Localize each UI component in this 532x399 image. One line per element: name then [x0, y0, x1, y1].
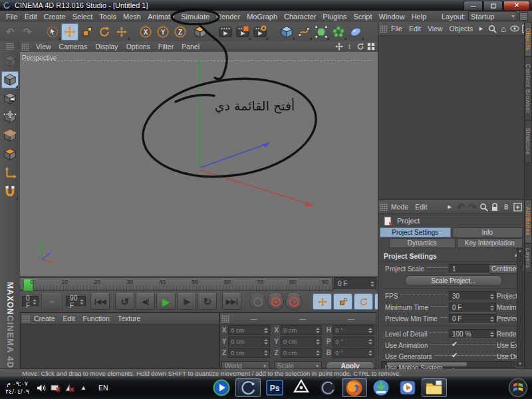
attributes-menu-mode[interactable]: Mode	[388, 202, 412, 211]
close-button[interactable]: ✕	[503, 1, 530, 11]
play-loop-icon[interactable]: ↻	[198, 293, 217, 310]
vertical-scrollbar[interactable]: ▲▼	[517, 248, 523, 366]
viewport-menu-filter[interactable]: Filter	[154, 42, 178, 51]
spinner[interactable]	[368, 339, 372, 344]
coordinate-field[interactable]: 0 cm	[228, 325, 270, 335]
menu-item-tools[interactable]: Tools	[96, 12, 120, 21]
attributes-menu-edit[interactable]: Edit	[412, 202, 430, 211]
points-mode-icon[interactable]	[1, 108, 19, 126]
menu-item-file[interactable]: File	[3, 12, 21, 21]
spinner[interactable]	[316, 328, 320, 333]
viewport-menu-display[interactable]: Display	[91, 42, 122, 51]
menu-item-mograph[interactable]: MoGraph	[243, 12, 281, 21]
spinner[interactable]	[370, 281, 374, 287]
coordinate-field[interactable]: 0 cm	[281, 348, 323, 358]
kf-scale-icon[interactable]	[333, 293, 352, 310]
viewport-menu-options[interactable]: Options	[122, 42, 154, 51]
side-tab-structure[interactable]: Structure	[525, 120, 532, 163]
live-selection-icon[interactable]	[44, 23, 61, 41]
menu-item-help[interactable]: Help	[408, 12, 430, 21]
tab-info[interactable]: Info	[452, 227, 523, 237]
texture-mode-icon[interactable]	[1, 90, 19, 107]
side-tab-content-browser[interactable]: Content Browser	[525, 57, 532, 120]
tray-expand-icon[interactable]: ▴	[78, 382, 89, 394]
side-tab-objects[interactable]: Objects	[525, 22, 532, 57]
tab-project-settings[interactable]: Project Settings	[380, 227, 451, 237]
drag-grip[interactable]	[22, 315, 30, 323]
drag-grip[interactable]	[6, 43, 14, 50]
pan-view-icon[interactable]	[334, 42, 343, 51]
menu-item-character[interactable]: Character	[281, 12, 319, 21]
coordinate-field[interactable]: 0 cm	[281, 336, 323, 346]
last-tool-icon[interactable]	[113, 23, 130, 41]
maximize-button[interactable]	[483, 1, 503, 11]
render-settings-icon[interactable]	[234, 23, 251, 41]
range-end-field[interactable]: 90 F	[66, 296, 86, 307]
move-icon[interactable]	[61, 23, 78, 41]
kf-position-icon[interactable]	[313, 293, 332, 310]
tab-dynamics[interactable]: Dynamics	[389, 238, 456, 248]
coordinate-field[interactable]: 0 cm	[281, 325, 323, 335]
taskbar-app-idm[interactable]	[368, 378, 394, 397]
layout-dropdown[interactable]: Startup ▼	[468, 11, 517, 21]
menu-item-edit[interactable]: Edit	[21, 12, 41, 21]
add-cube-icon[interactable]	[278, 23, 295, 41]
lock-icon[interactable]	[490, 202, 499, 211]
render-view-icon[interactable]	[217, 23, 234, 41]
edges-mode-icon[interactable]	[1, 127, 19, 144]
scale-project-button[interactable]: Scale Project...	[405, 275, 502, 286]
next-frame-icon[interactable]: |▶	[177, 293, 196, 310]
volume-icon[interactable]	[36, 382, 47, 394]
record-keyframe-icon[interactable]	[267, 293, 284, 310]
taskbar-app-photoshop[interactable]: Ps	[262, 378, 287, 397]
drag-grip[interactable]	[380, 25, 388, 33]
model-mode-icon[interactable]	[1, 71, 19, 88]
section-header[interactable]: Project Settings ▲	[378, 251, 524, 262]
menu-item-select[interactable]: Select	[69, 12, 96, 21]
menu-item-plugins[interactable]: Plugins	[319, 12, 350, 21]
taskbar-app-cinema4d-alt[interactable]	[315, 378, 340, 397]
drag-grip[interactable]	[380, 203, 388, 211]
coordinate-system-icon[interactable]	[192, 23, 209, 41]
redo-icon[interactable]: ↷	[19, 23, 36, 41]
start-button[interactable]	[507, 378, 529, 398]
taskbar-clock[interactable]: ٠٩:٠٧ م ٢٤/٠٤/٠٩	[5, 380, 29, 396]
back-icon[interactable]: ↶	[456, 202, 466, 211]
snap-icon[interactable]	[1, 183, 19, 200]
menu-item-mesh[interactable]: Mesh	[120, 12, 144, 21]
add-panel-icon[interactable]	[513, 202, 522, 211]
spinner[interactable]	[368, 350, 372, 356]
menu-item-simulate[interactable]: Simulate	[178, 12, 213, 21]
drag-grip[interactable]	[21, 43, 29, 51]
add-spline-icon[interactable]	[295, 23, 313, 41]
lock-y-icon[interactable]: Y	[154, 23, 172, 41]
title-bar[interactable]: CINEMA 4D R13.016 Studio - [Untitled 1] …	[0, 0, 532, 11]
spinner[interactable]	[490, 305, 494, 311]
spinner[interactable]	[490, 317, 494, 322]
toggle-view-icon[interactable]	[366, 42, 375, 51]
zoom-view-icon[interactable]: ↕	[345, 42, 354, 51]
play-backward-icon[interactable]: ↺	[115, 293, 134, 310]
spinner[interactable]	[264, 339, 268, 344]
language-indicator[interactable]: EN	[98, 384, 108, 392]
render-queue-icon[interactable]	[251, 23, 269, 41]
range-start-field[interactable]: 0 F	[22, 296, 39, 307]
spinner[interactable]	[490, 294, 494, 299]
spinner[interactable]	[33, 299, 37, 305]
kf-rotation-icon[interactable]	[354, 293, 373, 310]
materials-menu-function[interactable]: Function	[79, 314, 114, 323]
menu-item-window[interactable]: Window	[376, 12, 408, 21]
viewport-menu-cameras[interactable]: Cameras	[55, 42, 92, 51]
axis-mode-icon[interactable]	[1, 164, 19, 182]
current-frame-field[interactable]: 0 F	[334, 277, 376, 290]
menu-item-animate[interactable]: Animate	[144, 12, 178, 21]
notification-icon-2[interactable]	[64, 382, 75, 394]
taskbar-app-cinema4d[interactable]	[235, 378, 261, 397]
spinner[interactable]	[264, 350, 268, 356]
drag-grip[interactable]	[221, 315, 229, 323]
level-of-detail-field[interactable]: 100 %	[449, 329, 496, 339]
polygons-mode-icon[interactable]	[1, 146, 19, 163]
search-icon[interactable]	[487, 24, 497, 33]
scale-icon[interactable]	[78, 23, 96, 41]
side-tab-layers[interactable]: Layers	[525, 243, 532, 273]
